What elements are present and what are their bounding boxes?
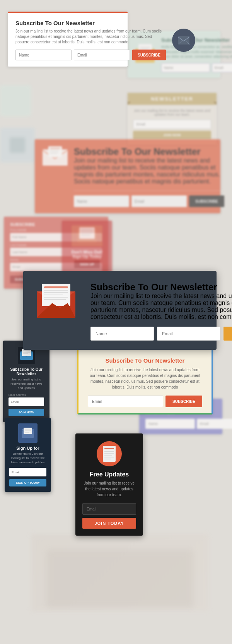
bottom-blur-bg2 — [46, 550, 193, 608]
widget1-icon — [172, 29, 195, 52]
widget7-desc: Join our mailing list to receive the lat… — [9, 377, 44, 391]
envelope-icon — [178, 34, 189, 46]
svg-rect-38 — [104, 448, 114, 449]
widget3-email-input[interactable] — [133, 120, 211, 129]
widget6-envelope-svg — [35, 282, 77, 319]
vertical-dark-desc: Be the first to Join our mailing list to… — [9, 452, 46, 465]
svg-rect-10 — [50, 148, 60, 149]
widget9-name-input[interactable] — [145, 419, 195, 429]
vertical-dark-email-input[interactable] — [9, 468, 46, 476]
widget3-body: Join our mailing list to receive the lat… — [128, 105, 217, 139]
widget3-title: NEWSLETTER — [131, 96, 213, 102]
widget8-card: Subscribe To Our Newsletter Join our mai… — [77, 348, 213, 414]
widget-blurred-left1 — [0, 85, 31, 116]
widget7-email-input[interactable] — [9, 397, 44, 406]
vertical-dark-envelope-icon — [22, 428, 34, 438]
widget9-email-input[interactable] — [197, 419, 232, 429]
widget10-card: Free Updates Join our mailing list to re… — [75, 433, 147, 536]
widget1-title: Subscribe To Our Newsletter — [15, 20, 166, 26]
widget7-join-button[interactable]: JOIN NOW — [9, 409, 44, 416]
widget4-envelope-svg — [43, 146, 68, 166]
page-container: Subscribe To Our Newsletter Join our mai… — [0, 0, 232, 644]
widget3-card: NEWSLETTER Join our mailing list to rece… — [128, 93, 217, 145]
widget-blurred-left2 — [0, 128, 35, 163]
widget4-content: Subscribe To Our Newsletter Join our mai… — [74, 146, 224, 207]
vertical-dark-title: Sign Up for — [9, 446, 46, 450]
widget2-desc: Mulla facilisis, porta ac consectetur ac… — [161, 45, 232, 59]
widget2-name-input[interactable] — [161, 63, 210, 72]
widget6-name-input[interactable] — [90, 327, 154, 341]
widget2-content: Subscribe To Our Newsletter Mulla facili… — [161, 37, 232, 72]
widget8-email-input[interactable] — [88, 396, 163, 407]
widget10-desc: Join our mailing list to receive the lat… — [82, 480, 136, 498]
widget3-join-button[interactable]: JOIN NOW — [133, 131, 211, 139]
svg-rect-28 — [22, 349, 31, 356]
widget5b-icon — [75, 227, 99, 245]
widget3-ribbon: NEWSLETTER — [128, 93, 217, 105]
widget4-name-input[interactable] — [74, 195, 129, 207]
widget10-paper-icon — [101, 445, 118, 462]
widget10-join-button[interactable]: JOIN TODAY — [82, 518, 136, 529]
widget6-envelope-icon — [35, 282, 81, 320]
widget6-content: Subscribe To Our Newsletter Join our mai… — [90, 282, 232, 341]
widget1-name-input[interactable] — [15, 50, 72, 60]
widget2-form: SUBSCRIBE — [161, 63, 232, 72]
widget7-envelope-icon — [20, 349, 33, 362]
widget4-subscribe-button[interactable]: SUBSCRIBE — [189, 195, 224, 207]
widget5b-illustration — [72, 225, 102, 247]
widget4-form: SUBSCRIBE — [74, 190, 224, 207]
svg-rect-21 — [44, 286, 68, 288]
widget4-card: Subscribe To Our Newsletter Join our mai… — [35, 139, 220, 213]
widget4-envelope-icon — [43, 146, 68, 166]
widget6-email-input[interactable] — [157, 327, 220, 341]
widget7-email-label: Email Address — [9, 394, 44, 396]
widget1-desc: Join our mailing list to receive the lat… — [15, 29, 166, 45]
widget8-form: SUBSCRIBE — [88, 396, 202, 407]
widget5b-title: Don't Miss Out! Sign Up Today — [67, 250, 107, 259]
widget4-title: Subscribe To Our Newsletter — [74, 146, 224, 157]
widget3-form: JOIN NOW — [133, 120, 211, 139]
widget7-card: Subscribe To Our Newsletter Join our mai… — [3, 341, 51, 422]
widget4-email-input[interactable] — [131, 195, 187, 207]
widget6-form: SUBSCRIBE — [90, 327, 232, 341]
widget10-email-input[interactable] — [82, 503, 136, 515]
widget4-desc: Join our mailing list to receive the lat… — [74, 157, 224, 185]
widget6-title: Subscribe To Our Newsletter — [90, 282, 232, 293]
widget6-desc: Join our mailing list to receive the lat… — [90, 293, 232, 320]
svg-rect-0 — [178, 36, 189, 45]
widget1-content: Subscribe To Our Newsletter Join our mai… — [15, 20, 166, 60]
widget6-card: Subscribe To Our Newsletter Join our mai… — [23, 271, 217, 350]
widget1-subscribe-button[interactable]: SUBSCRIBE — [132, 50, 166, 60]
widget2-email-input[interactable] — [212, 63, 232, 72]
widget10-icon — [97, 441, 122, 466]
widget1-email-input[interactable] — [74, 50, 130, 60]
widget5b-card: Don't Miss Out! Sign Up Today SIGN UP — [62, 221, 112, 273]
widget8-desc: Join our mailing list to receive the lat… — [88, 367, 202, 390]
widget5b-signup-button[interactable]: SIGN UP — [74, 260, 99, 268]
widget1-form: SUBSCRIBE — [15, 50, 166, 60]
widget3-desc: Join our mailing list to receive the lat… — [133, 109, 211, 116]
widget-vertical-dark-card: Sign Up for Be the first to Join our mai… — [5, 418, 51, 492]
widget1-card: Subscribe To Our Newsletter Join our mai… — [8, 12, 128, 67]
widget7-title: Subscribe To Our Newsletter — [9, 367, 44, 376]
widget10-title: Free Updates — [82, 471, 136, 478]
widget8-title: Subscribe To Our Newsletter — [88, 357, 202, 364]
widget6-subscribe-button[interactable]: SUBSCRIBE — [223, 327, 232, 341]
widget9-form: SUBSCRIBE — [145, 419, 216, 429]
vertical-dark-signup-button[interactable]: SIGN UP Today — [9, 479, 46, 486]
vertical-dark-icon — [18, 423, 38, 443]
widget8-subscribe-button[interactable]: SUBSCRIBE — [165, 396, 202, 407]
